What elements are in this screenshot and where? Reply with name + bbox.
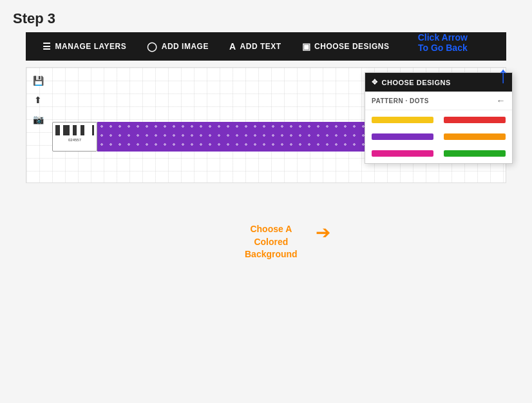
ticket-number: 024557 xyxy=(54,138,95,142)
upload-icon[interactable]: ⬆ xyxy=(30,92,46,108)
save-icon[interactable]: 💾 xyxy=(30,73,46,88)
color-swatch-green[interactable] xyxy=(444,150,506,157)
choose-bg-annotation: Choose AColoredBackground xyxy=(245,223,298,261)
panel-header-left: ✥ CHOOSE DESIGNS xyxy=(372,78,451,86)
drag-icon: ✥ xyxy=(372,78,378,86)
designs-panel: ✥ CHOOSE DESIGNS PATTERN · DOTS ← xyxy=(365,72,513,164)
left-toolbar: 💾 ⬆ 📷 xyxy=(30,73,46,127)
back-arrow-icon[interactable]: ← xyxy=(497,95,506,106)
color-swatch-orange[interactable] xyxy=(444,133,506,140)
color-swatch-purple[interactable] xyxy=(372,133,433,140)
color-swatch-red[interactable] xyxy=(444,117,506,123)
panel-header: ✥ CHOOSE DESIGNS xyxy=(365,73,512,92)
add-text-button[interactable]: A ADD TEXT xyxy=(219,32,292,61)
barcode xyxy=(54,124,95,137)
page-title: Step 3 xyxy=(0,0,532,32)
designs-icon: ▣ xyxy=(302,41,311,52)
camera-icon[interactable]: 📷 xyxy=(30,112,46,127)
color-swatches xyxy=(365,110,512,163)
text-icon: A xyxy=(229,41,236,52)
blue-down-arrow: ↓ xyxy=(497,64,509,92)
orange-right-arrow: ➔ xyxy=(316,222,330,243)
layers-icon: ☰ xyxy=(43,41,52,52)
choose-designs-button[interactable]: ▣ CHOOSE DESIGNS xyxy=(292,32,400,61)
manage-layers-button[interactable]: ☰ MANAGE LAYERS xyxy=(32,32,137,61)
image-icon: ◯ xyxy=(147,41,158,52)
color-swatch-yellow[interactable] xyxy=(372,117,433,123)
click-arrow-annotation: Click Arrow To Go Back xyxy=(418,32,468,53)
wristband-ticket: 024557 xyxy=(52,122,97,152)
panel-subheader: PATTERN · DOTS ← xyxy=(365,92,512,110)
add-image-button[interactable]: ◯ ADD IMAGE xyxy=(137,32,219,61)
color-swatch-pink[interactable] xyxy=(372,150,433,157)
